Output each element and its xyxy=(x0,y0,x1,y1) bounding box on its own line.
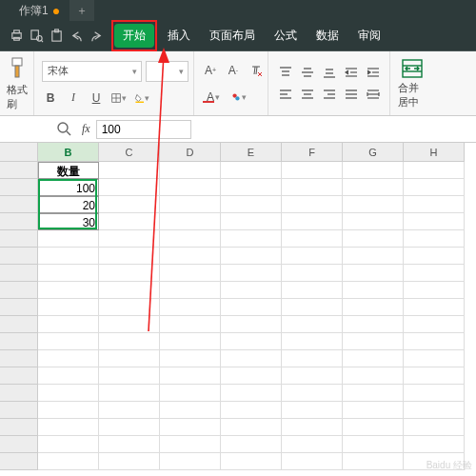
cell[interactable] xyxy=(221,419,282,436)
fill-color-button[interactable]: ▾ xyxy=(133,89,150,107)
cell[interactable] xyxy=(38,265,99,282)
bold-button[interactable]: B xyxy=(42,89,59,107)
cell[interactable] xyxy=(343,299,404,316)
cell[interactable] xyxy=(99,367,160,385)
cell[interactable]: 数量 xyxy=(38,162,99,179)
cell[interactable] xyxy=(38,350,99,367)
cell[interactable] xyxy=(160,385,221,402)
cell[interactable] xyxy=(160,230,221,248)
cell[interactable] xyxy=(38,453,99,470)
cell[interactable] xyxy=(38,230,99,248)
cell[interactable] xyxy=(343,248,404,265)
cell[interactable] xyxy=(160,299,221,316)
cell[interactable] xyxy=(282,213,343,230)
print-icon[interactable] xyxy=(10,29,24,43)
cell[interactable] xyxy=(221,230,282,248)
cell[interactable] xyxy=(404,402,465,419)
increase-indent-button[interactable] xyxy=(365,63,382,82)
cell[interactable] xyxy=(282,350,343,367)
cell[interactable] xyxy=(343,453,404,470)
select-all-corner[interactable] xyxy=(0,143,38,162)
print-preview-icon[interactable] xyxy=(30,29,44,43)
cell[interactable]: 30 xyxy=(38,213,99,230)
cell[interactable] xyxy=(160,402,221,419)
cell[interactable] xyxy=(221,436,282,453)
tab-data[interactable]: 数据 xyxy=(307,24,347,48)
col-header-F[interactable]: F xyxy=(282,143,343,162)
cell[interactable] xyxy=(282,179,343,196)
cell[interactable] xyxy=(38,436,99,453)
cell[interactable] xyxy=(282,316,343,333)
cell[interactable] xyxy=(160,248,221,265)
tab-review[interactable]: 审阅 xyxy=(349,24,389,48)
cell[interactable] xyxy=(38,316,99,333)
cell[interactable] xyxy=(221,367,282,385)
cell[interactable] xyxy=(160,453,221,470)
cell[interactable] xyxy=(404,162,465,179)
cell[interactable] xyxy=(404,316,465,333)
cell[interactable] xyxy=(404,385,465,402)
underline-button[interactable]: U xyxy=(88,89,105,107)
tab-formula[interactable]: 公式 xyxy=(266,24,306,48)
cell[interactable] xyxy=(38,402,99,419)
cell[interactable] xyxy=(160,213,221,230)
cell[interactable] xyxy=(282,436,343,453)
cell[interactable] xyxy=(282,419,343,436)
cell[interactable] xyxy=(221,402,282,419)
cell[interactable] xyxy=(343,162,404,179)
cell[interactable] xyxy=(99,213,160,230)
cell[interactable] xyxy=(343,179,404,196)
cell[interactable] xyxy=(221,179,282,196)
align-bottom-button[interactable] xyxy=(321,63,338,82)
cell[interactable] xyxy=(404,282,465,299)
cell[interactable] xyxy=(282,230,343,248)
cell[interactable] xyxy=(404,436,465,453)
cell[interactable] xyxy=(404,196,465,213)
cell[interactable] xyxy=(99,385,160,402)
decrease-indent-button[interactable] xyxy=(343,63,360,82)
increase-font-button[interactable]: A+ xyxy=(202,62,219,79)
cell[interactable] xyxy=(221,350,282,367)
cell[interactable] xyxy=(99,316,160,333)
clear-format-button[interactable] xyxy=(248,62,265,79)
redo-icon[interactable] xyxy=(89,29,104,43)
tab-insert[interactable]: 插入 xyxy=(159,24,199,48)
cell[interactable] xyxy=(343,367,404,385)
font-color-button[interactable]: A▾ xyxy=(202,89,225,106)
italic-button[interactable]: I xyxy=(65,89,82,107)
clipboard-icon[interactable] xyxy=(50,29,64,43)
font-size-combo[interactable] xyxy=(146,61,188,82)
align-middle-button[interactable] xyxy=(299,63,316,82)
cell[interactable] xyxy=(99,248,160,265)
cell[interactable] xyxy=(221,453,282,470)
cell[interactable] xyxy=(99,282,160,299)
cell[interactable] xyxy=(343,213,404,230)
new-tab-button[interactable]: ＋ xyxy=(69,0,94,21)
border-button[interactable]: ▾ xyxy=(110,89,128,107)
undo-icon[interactable] xyxy=(69,29,84,43)
cell[interactable] xyxy=(99,350,160,367)
cell[interactable] xyxy=(160,179,221,196)
cell[interactable] xyxy=(343,419,404,436)
cell[interactable] xyxy=(99,453,160,470)
cell[interactable] xyxy=(282,248,343,265)
cell[interactable]: 20 xyxy=(38,196,99,213)
cell[interactable] xyxy=(221,265,282,282)
cell[interactable] xyxy=(343,436,404,453)
cell[interactable] xyxy=(221,299,282,316)
cell[interactable] xyxy=(38,299,99,316)
cell[interactable] xyxy=(160,316,221,333)
cell[interactable] xyxy=(99,179,160,196)
cell[interactable] xyxy=(38,419,99,436)
cell[interactable] xyxy=(221,248,282,265)
cell[interactable] xyxy=(160,162,221,179)
cell[interactable] xyxy=(404,230,465,248)
cell[interactable] xyxy=(160,436,221,453)
font-name-combo[interactable]: 宋体 xyxy=(42,61,142,82)
formula-input[interactable] xyxy=(96,120,191,139)
cell[interactable] xyxy=(404,333,465,350)
cell[interactable] xyxy=(282,196,343,213)
cell[interactable] xyxy=(160,282,221,299)
cell[interactable] xyxy=(38,333,99,350)
cell[interactable] xyxy=(343,385,404,402)
